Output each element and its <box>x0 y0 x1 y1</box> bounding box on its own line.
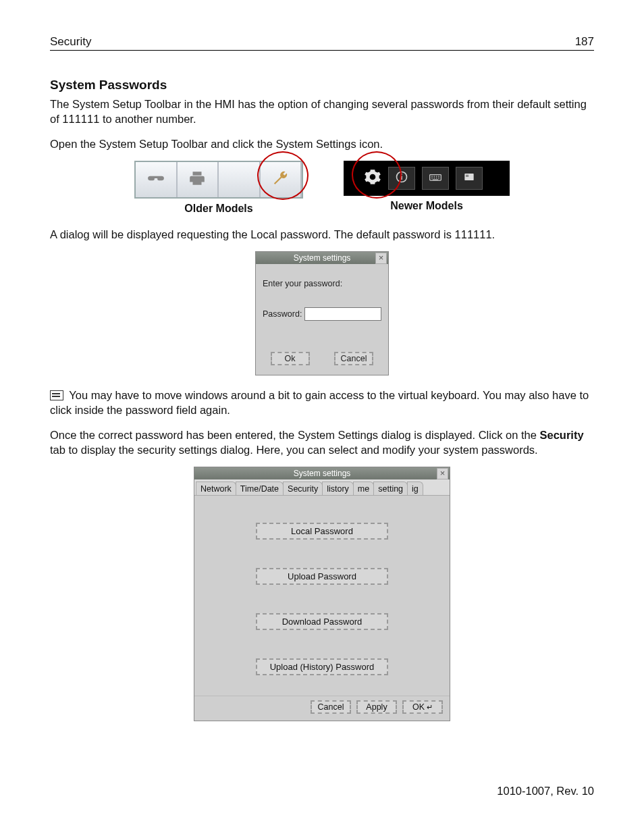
system-settings-dialog: System settings × Network Time/Date Secu… <box>194 467 450 721</box>
older-toolbar <box>134 161 303 199</box>
dialog-prompt: Enter your password: <box>263 279 381 288</box>
toolbar-examples: Older Models <box>50 161 594 215</box>
ok-button[interactable]: OK↵ <box>402 700 443 714</box>
download-password-button[interactable]: Download Password <box>256 613 388 630</box>
caption-older: Older Models <box>134 203 303 215</box>
paragraph: The System Setup Toolbar in the HMI has … <box>50 97 594 127</box>
password-label: Password: <box>263 309 302 319</box>
caption-newer: Newer Models <box>344 200 510 212</box>
svg-rect-1 <box>401 176 402 180</box>
password-dialog: System settings × Enter your password: P… <box>255 251 389 375</box>
header-section: Security <box>50 35 91 49</box>
toolbar-button[interactable] <box>422 167 449 190</box>
footer-revision: 1010-1007, Rev. 10 <box>497 785 594 798</box>
cancel-button[interactable]: Cancel <box>334 352 374 365</box>
upload-history-password-button[interactable]: Upload (History) Password <box>256 658 388 675</box>
header-page-number: 187 <box>575 35 594 49</box>
toolbar-button[interactable] <box>178 162 219 197</box>
dialog-title: System settings <box>294 253 351 263</box>
close-icon[interactable]: × <box>375 253 387 264</box>
printer-icon <box>188 170 206 190</box>
paragraph: A dialog will be displayed requesting th… <box>50 227 594 242</box>
toolbar-button[interactable] <box>136 162 178 197</box>
toolbar-button[interactable] <box>456 167 483 190</box>
paragraph: Once the correct password has been enter… <box>50 427 594 458</box>
cancel-button[interactable]: Cancel <box>311 700 351 714</box>
toolbar-button[interactable] <box>219 162 261 197</box>
local-password-button[interactable]: Local Password <box>256 523 388 540</box>
password-input[interactable] <box>304 307 381 321</box>
note-icon <box>50 390 63 400</box>
tab-time-date[interactable]: Time/Date <box>236 481 284 495</box>
dialog-titlebar: System settings × <box>194 467 450 479</box>
tab-partial[interactable]: ig <box>407 481 423 495</box>
tab-partial[interactable]: me <box>353 481 374 495</box>
section-title: System Passwords <box>50 78 594 93</box>
tab-security[interactable]: Security <box>283 481 323 495</box>
page-header: Security 187 <box>50 35 594 51</box>
goggles-icon <box>147 170 165 190</box>
gear-icon[interactable] <box>364 168 381 188</box>
note-paragraph: You may have to move windows around a bi… <box>50 388 594 418</box>
tab-history[interactable]: listory <box>322 481 354 495</box>
paragraph: Open the System Setup Toolbar and click … <box>50 136 594 151</box>
dialog-title: System settings <box>294 469 351 478</box>
tab-row: Network Time/Date Security listory me se… <box>194 479 450 496</box>
svg-rect-2 <box>401 174 402 175</box>
info-icon <box>395 170 408 186</box>
close-icon[interactable]: × <box>437 468 448 479</box>
wrench-icon <box>271 170 289 190</box>
note-text: You may have to move windows around a bi… <box>50 389 589 416</box>
newer-toolbar <box>344 161 510 196</box>
svg-rect-5 <box>466 174 468 176</box>
settings-toolbar-button[interactable] <box>261 162 302 197</box>
ok-button[interactable]: Ok <box>271 352 310 365</box>
enter-icon: ↵ <box>427 703 433 711</box>
keyboard-icon <box>429 170 442 186</box>
card-icon <box>462 170 476 186</box>
upload-password-button[interactable]: Upload Password <box>256 568 388 585</box>
toolbar-button[interactable] <box>388 167 415 190</box>
tab-setting[interactable]: setting <box>373 481 408 495</box>
tab-network[interactable]: Network <box>196 481 236 495</box>
apply-button[interactable]: Apply <box>356 700 397 714</box>
dialog-titlebar: System settings × <box>256 252 388 264</box>
